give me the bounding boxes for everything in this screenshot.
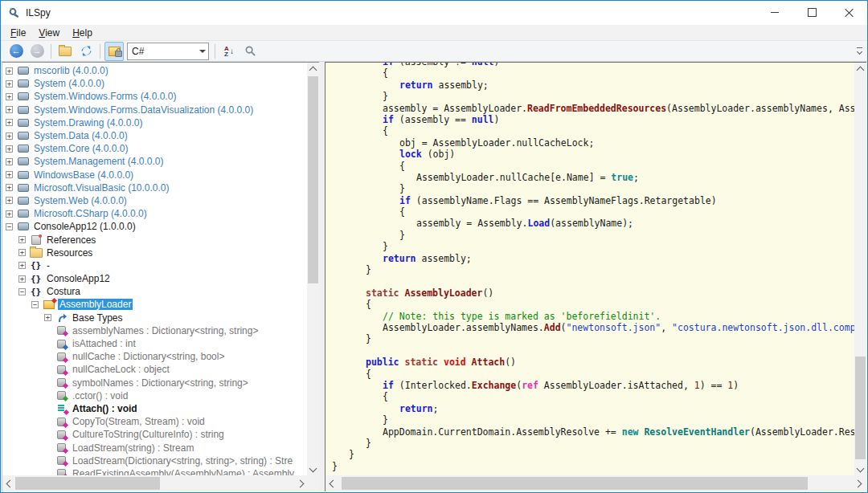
tree-item[interactable]: −AssemblyLoader — [2, 298, 307, 311]
code-token: ref — [522, 380, 538, 391]
tree-item[interactable]: +System (4.0.0.0) — [2, 77, 307, 90]
tree-item[interactable]: .cctor() : void — [2, 389, 307, 402]
tree-item[interactable]: +Microsoft.VisualBasic (10.0.0.0) — [2, 181, 307, 194]
tree-expander[interactable]: + — [18, 236, 26, 243]
tree-item[interactable]: nullCacheLock : object — [2, 363, 307, 376]
forward-button[interactable]: → — [27, 42, 47, 61]
code-token: (assemblyName); — [550, 218, 633, 229]
menu-file[interactable]: File — [4, 26, 32, 40]
code-line: return; — [332, 403, 854, 414]
close-icon — [845, 8, 854, 17]
tree-item[interactable]: LoadStream(string) : Stream — [2, 441, 307, 454]
tree-item[interactable]: +System.Windows.Forms.DataVisualization … — [2, 104, 307, 116]
tree-expander[interactable]: + — [18, 249, 26, 256]
code-horizontal-scrollbar[interactable] — [326, 475, 866, 491]
tree-item[interactable]: +References — [2, 233, 307, 246]
tree-expander[interactable]: + — [44, 314, 51, 321]
tree-vscroll-thumb[interactable] — [308, 76, 318, 283]
tree-item[interactable]: +mscorlib (4.0.0.0) — [2, 64, 307, 77]
tree-horizontal-scrollbar[interactable] — [2, 475, 307, 491]
tree-item[interactable]: +Microsoft.CSharp (4.0.0.0) — [2, 207, 307, 220]
tree-expander[interactable]: + — [6, 93, 13, 100]
tree-expander[interactable]: + — [18, 262, 26, 269]
tree-item[interactable]: Attach() : void — [2, 402, 307, 415]
tree-expander[interactable]: + — [6, 145, 13, 153]
tree-item[interactable]: +Resources — [2, 246, 307, 259]
scroll-up-arrow[interactable] — [307, 63, 319, 75]
tree-item[interactable]: +System.Core (4.0.0.0) — [2, 142, 307, 155]
refresh-button[interactable] — [76, 42, 96, 61]
tree-hscroll-thumb[interactable] — [15, 477, 160, 490]
scroll-up-arrow[interactable] — [854, 63, 866, 75]
tree-item[interactable]: +Base Types — [2, 312, 307, 324]
tree-item[interactable]: LoadStream(Dictionary<string, string>, s… — [2, 454, 307, 467]
tree-expander[interactable]: + — [6, 197, 13, 204]
tree-item[interactable]: +System.Data (4.0.0.0) — [2, 129, 307, 142]
tree-item[interactable]: −ConsoleApp12 (1.0.0.0) — [2, 220, 307, 233]
tree-expander[interactable]: + — [6, 210, 13, 218]
tree-expander[interactable]: + — [6, 119, 13, 126]
code-token: AssemblyLoader — [404, 287, 482, 299]
tree-item[interactable]: +System.Web (4.0.0.0) — [2, 194, 307, 207]
tree-item[interactable]: nullCache : Dictionary<string, bool> — [2, 350, 307, 363]
tree-item[interactable]: +System.Windows.Forms (4.0.0.0) — [2, 90, 307, 103]
tree-expander[interactable]: + — [6, 132, 13, 140]
tree-item[interactable]: +{}- — [2, 259, 307, 272]
close-button[interactable] — [830, 1, 867, 24]
tree-item[interactable]: isAttached : int — [2, 337, 307, 350]
menu-help[interactable]: Help — [66, 26, 99, 40]
code-token: { — [383, 125, 388, 136]
code-line: { — [332, 125, 854, 136]
tree-expander[interactable]: + — [6, 106, 13, 113]
tree-expander[interactable]: + — [6, 171, 13, 178]
maximize-button[interactable] — [793, 1, 830, 24]
tree-expander[interactable]: − — [6, 223, 13, 230]
open-assembly-button[interactable] — [55, 42, 75, 61]
title-bar[interactable]: ILSpy — [1, 1, 867, 25]
tree-vertical-scrollbar[interactable] — [307, 63, 319, 475]
tree-expander[interactable]: + — [6, 184, 13, 191]
assembly-icon — [16, 182, 30, 194]
code-view[interactable]: if (assembly != null){return assembly;}a… — [326, 63, 854, 475]
sort-button[interactable]: AZ↓ — [219, 42, 239, 61]
back-button[interactable]: ← — [6, 42, 26, 61]
tree-item[interactable]: +System.Management (4.0.0.0) — [2, 155, 307, 168]
tree-item[interactable]: assemblyNames : Dictionary<string, strin… — [2, 324, 307, 337]
tree-expander[interactable]: + — [6, 67, 13, 75]
code-token: { — [366, 369, 371, 380]
scroll-left-arrow[interactable] — [2, 475, 14, 491]
tree-expander[interactable]: + — [6, 158, 13, 165]
forward-icon: → — [31, 44, 44, 58]
tree-item[interactable]: +WindowsBase (4.0.0.0) — [2, 169, 307, 181]
code-token: "newtonsoft.json" — [567, 322, 661, 333]
tree-item[interactable]: CopyTo(Stream, Stream) : void — [2, 415, 307, 428]
menu-view[interactable]: View — [32, 26, 66, 40]
search-button[interactable] — [240, 42, 260, 61]
scroll-left-arrow[interactable] — [326, 475, 338, 491]
code-hscroll-thumb[interactable] — [342, 477, 808, 490]
code-vertical-scrollbar[interactable] — [854, 63, 866, 475]
toolbar-overflow-button[interactable] — [854, 45, 865, 58]
splitter[interactable] — [319, 62, 325, 491]
scroll-down-arrow[interactable] — [854, 463, 866, 475]
tree-item[interactable]: symbolNames : Dictionary<string, string> — [2, 377, 307, 389]
show-internal-api-toggle[interactable] — [104, 42, 124, 61]
tree-item[interactable]: +{}ConsoleApp12 — [2, 272, 307, 285]
assembly-tree-panel: +mscorlib (4.0.0.0)+System (4.0.0.0)+Sys… — [2, 62, 319, 491]
tree-expander[interactable]: + — [18, 275, 26, 283]
tree-item[interactable]: +System.Drawing (4.0.0.0) — [2, 116, 307, 129]
scroll-right-arrow[interactable] — [295, 475, 307, 491]
language-select[interactable]: C# — [127, 43, 209, 60]
open-folder-icon — [59, 47, 72, 56]
scroll-right-arrow[interactable] — [853, 475, 865, 491]
scroll-down-arrow[interactable] — [307, 463, 319, 475]
tree-expander[interactable]: − — [31, 301, 39, 308]
tree-expander[interactable]: + — [6, 80, 13, 88]
tree-item[interactable]: ReadExistingAssembly(AssemblyName) : Ass… — [2, 467, 307, 475]
code-vscroll-thumb[interactable] — [855, 357, 866, 459]
tree-item[interactable]: CultureToString(CultureInfo) : string — [2, 428, 307, 441]
tree-item[interactable]: −{}Costura — [2, 285, 307, 298]
minimize-button[interactable] — [756, 1, 793, 24]
method-static-icon — [55, 403, 68, 414]
tree-expander[interactable]: − — [18, 288, 26, 295]
